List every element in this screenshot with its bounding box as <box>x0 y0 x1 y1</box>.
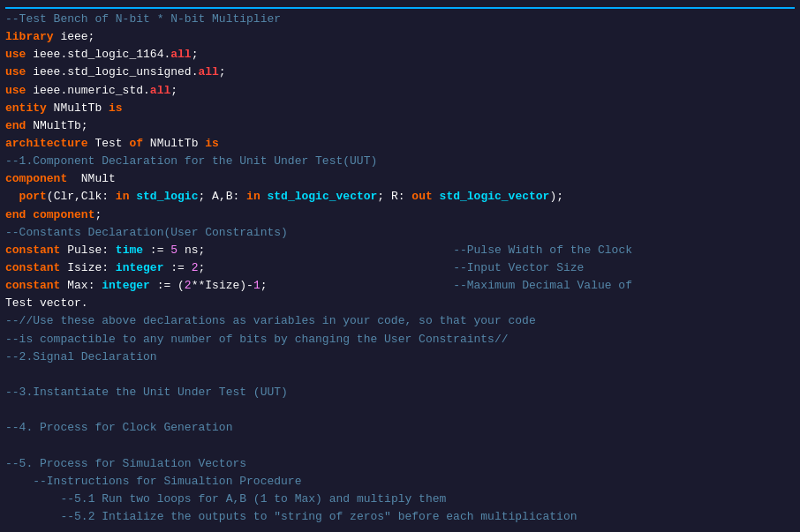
code-editor: --Test Bench of N-bit * N-bit Multiplier… <box>5 7 795 532</box>
line-14: constant Pulse: time := 5 ns; --Pulse Wi… <box>5 242 795 259</box>
line-12: end component; <box>5 206 795 224</box>
line-18: --//Use these above declarations as vari… <box>5 312 795 330</box>
line-16: constant Max: integer := (2**Isize)-1; -… <box>5 277 795 295</box>
line-28: --5.1 Run two loops for A,B (1 to Max) a… <box>5 491 795 508</box>
line-1: --Test Bench of N-bit * N-bit Multiplier <box>5 11 795 28</box>
line-9: --1.Component Declaration for the Unit U… <box>5 153 795 170</box>
line-23 <box>5 401 795 419</box>
line-15: constant Isize: integer := 2; --Input Ve… <box>5 259 795 277</box>
line-8: architecture Test of NMultTb is <box>5 135 795 153</box>
line-17: Test vector. <box>5 295 795 312</box>
line-13: --Constants Declaration(User Constraints… <box>5 224 795 242</box>
line-5: use ieee.numeric_std.all; <box>5 82 795 100</box>
line-2: library ieee; <box>5 28 795 46</box>
line-11: port(Clr,Clk: in std_logic; A,B: in std_… <box>5 188 795 206</box>
line-22: --3.Instantiate the Unit Under Test (UUT… <box>5 384 795 401</box>
line-10: component NMult <box>5 170 795 188</box>
line-6: entity NMultTb is <box>5 100 795 117</box>
line-4: use ieee.std_logic_unsigned.all; <box>5 64 795 81</box>
line-7: end NMultTb; <box>5 117 795 135</box>
line-30 <box>5 526 795 532</box>
line-24: --4. Process for Clock Generation <box>5 419 795 437</box>
line-25 <box>5 437 795 454</box>
line-19: --is compactible to any number of bits b… <box>5 331 795 348</box>
line-21 <box>5 366 795 384</box>
line-3: use ieee.std_logic_1164.all; <box>5 46 795 64</box>
line-27: --Instructions for Simualtion Procedure <box>5 473 795 491</box>
line-20: --2.Signal Declaration <box>5 348 795 366</box>
line-29: --5.2 Intialize the outputs to "string o… <box>5 508 795 526</box>
line-26: --5. Process for Simulation Vectors <box>5 455 795 473</box>
